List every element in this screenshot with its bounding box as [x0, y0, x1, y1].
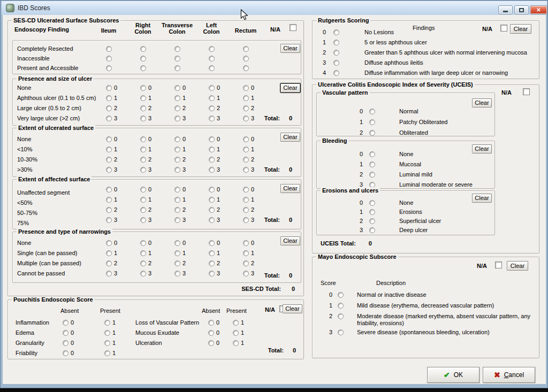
radio-button[interactable]	[106, 65, 112, 71]
radio-button[interactable]	[209, 271, 215, 276]
radio-button[interactable]	[233, 320, 239, 326]
radio-button[interactable]	[209, 65, 215, 71]
radio-button[interactable]	[140, 197, 146, 203]
radio-button[interactable]	[106, 260, 112, 266]
radio-button[interactable]	[209, 217, 215, 223]
radio-button[interactable]	[209, 187, 215, 193]
radio-button[interactable]	[243, 260, 249, 266]
radio-button[interactable]	[209, 207, 215, 213]
radio-button[interactable]	[174, 167, 180, 173]
radio-button[interactable]	[174, 65, 180, 71]
radio-button[interactable]	[338, 329, 344, 335]
radio-button[interactable]	[369, 119, 375, 125]
radio-button[interactable]	[338, 303, 344, 309]
radio-button[interactable]	[209, 197, 215, 203]
radio-button[interactable]	[174, 147, 180, 152]
radio-button[interactable]	[174, 240, 180, 246]
radio-button[interactable]	[174, 116, 180, 121]
radio-button[interactable]	[174, 85, 180, 91]
na-checkbox[interactable]	[290, 24, 296, 31]
radio-button[interactable]	[140, 250, 146, 256]
radio-button[interactable]	[209, 260, 215, 266]
radio-button[interactable]	[174, 56, 180, 62]
radio-button[interactable]	[243, 105, 249, 111]
radio-button[interactable]	[140, 46, 146, 52]
radio-button[interactable]	[140, 85, 146, 91]
radio-button[interactable]	[233, 340, 239, 346]
radio-button[interactable]	[208, 340, 214, 346]
radio-button[interactable]	[369, 227, 375, 233]
radio-button[interactable]	[140, 187, 146, 193]
radio-button[interactable]	[243, 95, 249, 101]
radio-button[interactable]	[140, 157, 146, 163]
na-checkbox[interactable]	[523, 88, 530, 95]
radio-button[interactable]	[333, 29, 339, 35]
radio-button[interactable]	[174, 217, 180, 223]
radio-button[interactable]	[174, 46, 180, 52]
radio-button[interactable]	[369, 200, 375, 206]
radio-button[interactable]	[106, 95, 112, 101]
radio-button[interactable]	[209, 250, 215, 256]
radio-button[interactable]	[369, 109, 375, 114]
radio-button[interactable]	[209, 157, 215, 163]
radio-button[interactable]	[106, 105, 112, 111]
radio-button[interactable]	[106, 217, 112, 223]
radio-button[interactable]	[333, 50, 339, 56]
radio-button[interactable]	[243, 250, 249, 256]
radio-button[interactable]	[106, 271, 112, 276]
radio-button[interactable]	[369, 162, 375, 167]
radio-button[interactable]	[243, 207, 249, 213]
radio-button[interactable]	[243, 240, 249, 246]
radio-button[interactable]	[174, 260, 180, 266]
radio-button[interactable]	[106, 197, 112, 203]
radio-button[interactable]	[209, 136, 215, 142]
clear-button[interactable]: Clear	[507, 261, 528, 271]
radio-button[interactable]	[106, 240, 112, 246]
radio-button[interactable]	[174, 187, 180, 193]
radio-button[interactable]	[174, 207, 180, 213]
radio-button[interactable]	[106, 147, 112, 152]
radio-button[interactable]	[209, 56, 215, 62]
cancel-button[interactable]: ✖ Cancel	[483, 367, 535, 383]
radio-button[interactable]	[106, 167, 112, 173]
radio-button[interactable]	[63, 340, 68, 346]
radio-button[interactable]	[209, 85, 215, 91]
radio-button[interactable]	[63, 330, 68, 336]
radio-button[interactable]	[209, 95, 215, 101]
radio-button[interactable]	[369, 218, 375, 224]
radio-button[interactable]	[243, 65, 249, 71]
radio-button[interactable]	[140, 260, 146, 266]
radio-button[interactable]	[140, 56, 146, 62]
radio-button[interactable]	[140, 240, 146, 246]
radio-button[interactable]	[106, 46, 112, 52]
radio-button[interactable]	[243, 136, 249, 142]
radio-button[interactable]	[104, 330, 110, 336]
radio-button[interactable]	[369, 151, 375, 157]
radio-button[interactable]	[209, 147, 215, 152]
radio-button[interactable]	[140, 105, 146, 111]
radio-button[interactable]	[104, 350, 110, 356]
radio-button[interactable]	[338, 292, 344, 298]
radio-button[interactable]	[369, 172, 375, 178]
radio-button[interactable]	[243, 157, 249, 163]
radio-button[interactable]	[174, 136, 180, 142]
radio-button[interactable]	[63, 320, 68, 326]
radio-button[interactable]	[174, 95, 180, 101]
radio-button[interactable]	[369, 209, 375, 215]
radio-button[interactable]	[333, 40, 339, 45]
radio-button[interactable]	[174, 197, 180, 203]
radio-button[interactable]	[174, 105, 180, 111]
radio-button[interactable]	[333, 60, 339, 66]
ok-button[interactable]: ✔ OK	[427, 367, 480, 383]
radio-button[interactable]	[243, 46, 249, 52]
radio-button[interactable]	[174, 250, 180, 256]
clear-button[interactable]: Clear	[472, 98, 492, 107]
na-checkbox[interactable]	[495, 262, 502, 268]
radio-button[interactable]	[140, 271, 146, 276]
radio-button[interactable]	[140, 147, 146, 152]
radio-button[interactable]	[243, 187, 249, 193]
radio-button[interactable]	[209, 105, 215, 111]
radio-button[interactable]	[243, 85, 249, 91]
radio-button[interactable]	[243, 167, 249, 173]
radio-button[interactable]	[209, 167, 215, 173]
